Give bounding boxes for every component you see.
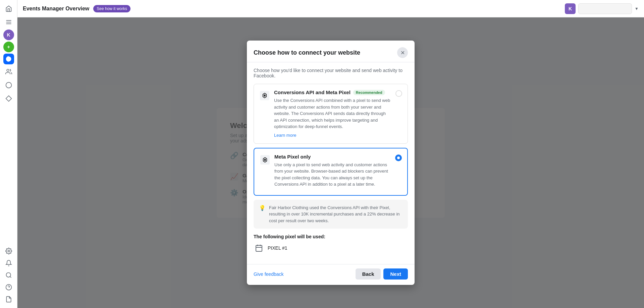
sidebar-green-avatar[interactable]: + bbox=[3, 42, 14, 52]
meta-pixel-icon bbox=[260, 155, 270, 165]
see-how-button[interactable]: See how it works bbox=[93, 5, 130, 12]
sidebar: K + bbox=[0, 0, 17, 308]
svg-marker-6 bbox=[6, 96, 11, 102]
learn-more-link[interactable]: Learn more bbox=[274, 133, 296, 138]
modal-overlay: Choose how to connect your website ✕ Cho… bbox=[17, 17, 644, 308]
chevron-down-icon: ▼ bbox=[635, 6, 639, 11]
sidebar-blue-icon[interactable] bbox=[3, 54, 14, 64]
pixel-name: PIXEL #1 bbox=[268, 245, 287, 251]
sidebar-diamond[interactable] bbox=[3, 93, 15, 105]
conversions-api-icon bbox=[259, 90, 270, 101]
svg-point-7 bbox=[8, 250, 9, 252]
dialog-title: Choose how to connect your website bbox=[254, 49, 360, 56]
sidebar-user-avatar[interactable]: K bbox=[3, 29, 14, 40]
option2-title: Meta Pixel only bbox=[274, 154, 311, 160]
next-button[interactable]: Next bbox=[383, 268, 408, 280]
sidebar-settings[interactable] bbox=[3, 245, 15, 257]
dialog-body: Choose how you'd like to connect your we… bbox=[247, 62, 415, 264]
sidebar-document[interactable] bbox=[3, 293, 15, 305]
topbar-dropdown[interactable] bbox=[578, 3, 632, 14]
back-button[interactable]: Back bbox=[356, 268, 381, 280]
dialog-header: Choose how to connect your website ✕ bbox=[247, 41, 415, 62]
topbar-avatar[interactable]: K bbox=[565, 3, 576, 14]
svg-line-9 bbox=[10, 276, 11, 278]
svg-point-4 bbox=[7, 69, 9, 72]
option2-description: Use only a pixel to send web activity an… bbox=[274, 162, 391, 188]
sidebar-home[interactable] bbox=[3, 3, 15, 15]
pixel-used-label: The following pixel will be used: bbox=[254, 234, 408, 239]
sidebar-help[interactable] bbox=[3, 281, 15, 293]
option1-radio[interactable] bbox=[395, 90, 402, 97]
option2-title-row: Meta Pixel only bbox=[274, 154, 391, 160]
main-content: Events Manager Overview See how it works… bbox=[17, 0, 644, 308]
option1-description: Use the Conversions API combined with a … bbox=[274, 97, 391, 130]
info-text: Fair Harbor Clothing used the Conversion… bbox=[269, 204, 402, 224]
option-conversions-api[interactable]: Conversions API and Meta Pixel Recommend… bbox=[254, 84, 408, 144]
svg-point-8 bbox=[6, 273, 10, 277]
give-feedback-link[interactable]: Give feedback bbox=[254, 271, 284, 277]
option1-content: Conversions API and Meta Pixel Recommend… bbox=[274, 89, 391, 138]
page-title: Events Manager Overview bbox=[23, 6, 89, 12]
option2-content: Meta Pixel only Use only a pixel to send… bbox=[274, 154, 391, 190]
lightbulb-icon: 💡 bbox=[259, 205, 266, 211]
topbar: Events Manager Overview See how it works… bbox=[17, 0, 644, 17]
pixel-item: PIXEL #1 bbox=[254, 243, 408, 253]
sidebar-bottom-section bbox=[3, 245, 15, 305]
close-button[interactable]: ✕ bbox=[397, 47, 408, 58]
recommended-badge: Recommended bbox=[353, 90, 385, 95]
sidebar-search[interactable] bbox=[3, 269, 15, 281]
option1-title-row: Conversions API and Meta Pixel Recommend… bbox=[274, 89, 391, 95]
option2-radio[interactable] bbox=[395, 155, 402, 161]
topbar-right: K ▼ bbox=[565, 3, 639, 14]
pixel-item-icon bbox=[254, 243, 264, 253]
sidebar-circle[interactable] bbox=[3, 79, 15, 91]
dialog-footer: Give feedback Back Next bbox=[247, 264, 415, 285]
dialog-subtitle: Choose how you'd like to connect your we… bbox=[254, 68, 408, 78]
dialog: Choose how to connect your website ✕ Cho… bbox=[247, 41, 415, 285]
footer-buttons: Back Next bbox=[356, 268, 408, 280]
sidebar-bell[interactable] bbox=[3, 257, 15, 269]
svg-point-5 bbox=[6, 82, 11, 88]
info-box: 💡 Fair Harbor Clothing used the Conversi… bbox=[254, 200, 408, 229]
svg-rect-18 bbox=[256, 245, 262, 251]
option1-title: Conversions API and Meta Pixel bbox=[274, 89, 351, 95]
sidebar-people[interactable] bbox=[3, 66, 15, 78]
page-content: Welco... Set up a...your ads... 🔗 Co... … bbox=[17, 17, 644, 308]
option-meta-pixel[interactable]: Meta Pixel only Use only a pixel to send… bbox=[254, 148, 408, 196]
sidebar-menu[interactable] bbox=[3, 16, 15, 28]
